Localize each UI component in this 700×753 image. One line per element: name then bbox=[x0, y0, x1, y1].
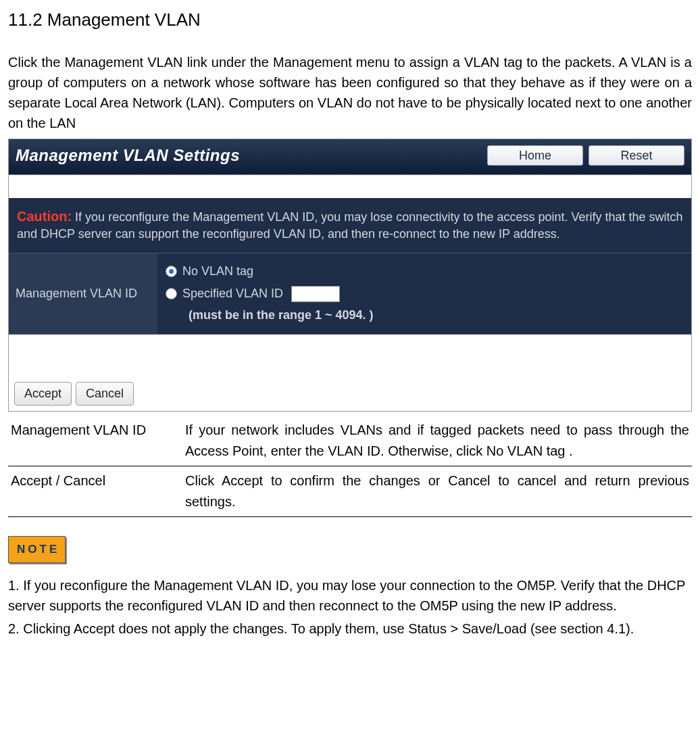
vlan-id-label: Management VLAN ID bbox=[9, 253, 157, 334]
note-tag: NOTE bbox=[8, 536, 66, 563]
section-title-text: Management VLAN bbox=[47, 9, 201, 30]
vlan-id-row: Management VLAN ID No VLAN tag Specified… bbox=[9, 253, 691, 335]
reset-button[interactable]: Reset bbox=[589, 145, 684, 166]
note-item: 1. If you reconfigure the Management VLA… bbox=[8, 575, 692, 616]
desc-body: If your network includes VLANs and if ta… bbox=[182, 416, 692, 466]
description-table: Management VLAN ID If your network inclu… bbox=[8, 416, 692, 517]
home-button[interactable]: Home bbox=[487, 145, 583, 166]
desc-label: Accept / Cancel bbox=[8, 466, 182, 517]
option-no-vlan-tag-label: No VLAN tag bbox=[182, 262, 253, 281]
caution-label: Caution: bbox=[17, 209, 72, 224]
cancel-button[interactable]: Cancel bbox=[76, 382, 134, 406]
panel-title: Management VLAN Settings bbox=[16, 143, 240, 168]
action-buttons: Accept Cancel bbox=[9, 375, 691, 411]
vlan-id-input[interactable] bbox=[291, 286, 340, 302]
desc-body: Click Accept to confirm the changes or C… bbox=[182, 466, 692, 517]
radio-icon bbox=[166, 288, 177, 299]
notes-block: 1. If you reconfigure the Management VLA… bbox=[8, 575, 692, 639]
panel-header: Management VLAN Settings Home Reset bbox=[9, 139, 691, 175]
table-row: Accept / Cancel Click Accept to confirm … bbox=[8, 466, 692, 517]
intro-paragraph: Click the Management VLAN link under the… bbox=[8, 52, 692, 133]
desc-label: Management VLAN ID bbox=[8, 416, 182, 466]
screenshot: Management VLAN Settings Home Reset Caut… bbox=[8, 139, 692, 412]
accept-button[interactable]: Accept bbox=[14, 382, 72, 406]
header-buttons: Home Reset bbox=[487, 145, 684, 166]
option-specified-vlan-id-label: Specified VLAN ID bbox=[182, 285, 283, 303]
vlan-id-options: No VLAN tag Specified VLAN ID (must be i… bbox=[157, 253, 691, 334]
vlan-range-note: (must be in the range 1 ~ 4094. ) bbox=[166, 306, 683, 324]
note-item: 2. Clicking Accept does not apply the ch… bbox=[8, 618, 692, 639]
radio-icon bbox=[166, 266, 177, 277]
caution-block: Caution: If you reconfigure the Manageme… bbox=[9, 198, 691, 253]
section-number: 11.2 bbox=[8, 9, 43, 30]
option-no-vlan-tag[interactable]: No VLAN tag bbox=[166, 260, 683, 283]
caution-text: If you reconfigure the Management VLAN I… bbox=[17, 210, 683, 241]
option-specified-vlan-id[interactable]: Specified VLAN ID bbox=[166, 283, 683, 305]
table-row: Management VLAN ID If your network inclu… bbox=[8, 416, 692, 466]
section-heading: 11.2 Management VLAN bbox=[8, 7, 692, 33]
